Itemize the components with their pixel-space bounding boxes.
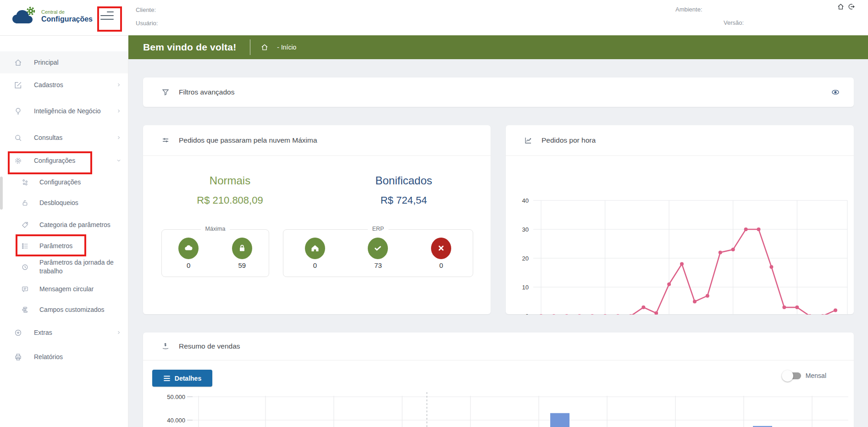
svg-text:40: 40 (522, 197, 529, 204)
normal-orders-value: R$ 210.808,09 (143, 194, 317, 206)
lock-stat: 59 (232, 238, 252, 269)
cloud-count: 0 (178, 261, 199, 269)
sidebar-item-sub-configuracoes[interactable]: Configurações (0, 172, 128, 193)
chevron-right-icon (116, 135, 122, 140)
svg-text:40.000: 40.000 (167, 417, 185, 424)
search-icon (14, 133, 23, 142)
sales-summary-chart: 50.00040.000 (143, 360, 854, 427)
environment-label: Ambiente: (675, 6, 702, 13)
sidebar-item-label: Configurações (39, 178, 116, 187)
x-icon (431, 238, 451, 259)
nodes-icon (21, 178, 30, 186)
check-icon (368, 238, 388, 259)
sidebar-item-label: Extras (34, 328, 108, 337)
sidebar-item-label: Parâmetros (39, 242, 116, 250)
chevron-down-icon (116, 158, 122, 163)
home-icon (305, 238, 325, 259)
app-logo[interactable]: Central de Configurações (11, 6, 93, 27)
user-label: Usuário: (136, 20, 158, 27)
sidebar-item-label: Desbloqueios (39, 199, 116, 207)
logo-line2: Configurações (41, 15, 93, 23)
tag-icon (21, 221, 30, 229)
breadcrumb[interactable]: - Início (277, 44, 296, 51)
logo-line1: Central de (41, 9, 93, 15)
printer-icon (14, 353, 23, 361)
normal-orders-label: Normais (143, 174, 317, 187)
chevron-right-icon (116, 82, 122, 88)
sidebar-item-label: Inteligência de Negócio (34, 107, 108, 116)
sidebar-item-extras[interactable]: Extras (0, 320, 128, 345)
maxima-group: Máxima 0 59 (161, 229, 269, 277)
erp-error-count: 0 (431, 261, 451, 269)
layers-icon (21, 306, 30, 314)
erp-check-count: 73 (368, 261, 388, 269)
chevron-right-icon (116, 330, 122, 335)
sidebar-item-parametros[interactable]: Parâmetros (0, 237, 128, 255)
version-label: Versão: (724, 19, 744, 26)
erp-group: ERP 0 73 0 (283, 229, 473, 277)
sidebar-item-cadastros[interactable]: Cadastros (0, 73, 128, 96)
client-label: Cliente: (136, 6, 156, 13)
erp-error-stat: 0 (431, 238, 451, 269)
sidebar-item-mensagem-circular[interactable]: Mensagem circular (0, 279, 128, 299)
cloud-gear-logo-icon (11, 6, 39, 27)
orders-per-hour-card: Pedidos por hora 01020304000:0005:0010:0… (506, 125, 854, 314)
sidebar-item-desbloqueios[interactable]: Desbloqueios (0, 193, 128, 213)
edit-icon (14, 81, 23, 89)
bonus-orders-kpi: Bonificados R$ 724,54 (317, 174, 491, 206)
sidebar-item-principal[interactable]: Principal (0, 51, 128, 73)
sidebar-item-label: Principal (34, 58, 108, 67)
erp-home-count: 0 (305, 261, 325, 269)
sidebar-item-label: Campos customizados (39, 305, 116, 314)
eye-icon[interactable] (831, 88, 840, 97)
sidebar-scrollbar[interactable] (0, 177, 3, 210)
plus-circle-icon (14, 328, 23, 337)
svg-text:20: 20 (522, 255, 529, 262)
cloud-icon (178, 238, 199, 259)
sidebar-item-label: Parâmetros da jornada de trabalho (39, 258, 116, 276)
sidebar-item-label: Relatórios (34, 353, 108, 361)
clock-icon (21, 263, 30, 271)
sidebar-item-label: Mensagem circular (39, 285, 116, 294)
home-icon[interactable] (837, 3, 845, 11)
menu-toggle-button[interactable] (100, 10, 114, 22)
lock-count: 59 (232, 261, 252, 269)
bonus-orders-value: R$ 724,54 (317, 194, 491, 206)
sidebar-item-configuracoes[interactable]: Configurações (0, 150, 128, 172)
erp-group-label: ERP (368, 226, 389, 232)
sidebar-item-inteligencia[interactable]: Inteligência de Negócio (0, 96, 128, 126)
svg-text:50.000: 50.000 (167, 394, 185, 400)
unlock-icon (21, 199, 30, 207)
sidebar-nav: Principal Cadastros Inteligência de Negó… (0, 35, 128, 427)
message-icon (21, 285, 30, 293)
svg-text:0: 0 (525, 313, 529, 315)
sidebar-item-categoria-parametros[interactable]: Categoria de parâmetros (0, 213, 128, 237)
sidebar-item-parametros-jornada[interactable]: Parâmetros da jornada de trabalho (0, 255, 128, 279)
sidebar-item-relatorios[interactable]: Relatórios (0, 345, 128, 369)
logout-icon[interactable] (847, 3, 855, 11)
sidebar-item-label: Cadastros (34, 81, 108, 89)
home-icon (14, 58, 23, 67)
orders-per-hour-chart: 01020304000:0005:0010:0015:0020:00 (506, 156, 854, 315)
filters-card-title: Filtros avançados (179, 88, 234, 96)
advanced-filters-card: Filtros avançados (143, 78, 854, 107)
sidebar-item-campos-customizados[interactable]: Campos customizados (0, 299, 128, 320)
banner-divider (250, 39, 250, 55)
funnel-icon (161, 88, 170, 96)
top-bar: Central de Configurações Cliente: Usuári… (0, 0, 868, 35)
cloud-stat: 0 (178, 238, 199, 269)
sales-summary-card: Resumo de vendas Detalhes Mensal 50.0004… (143, 333, 854, 427)
page-banner: Bem vindo de volta! - Início (128, 35, 868, 59)
maxima-group-label: Máxima (201, 226, 230, 232)
sliders-icon (161, 136, 170, 144)
normal-orders-kpi: Normais R$ 210.808,09 (143, 174, 317, 206)
erp-home-stat: 0 (305, 238, 325, 269)
chevron-right-icon (116, 108, 122, 114)
sidebar-item-consultas[interactable]: Consultas (0, 126, 128, 150)
orders-cloud-card: Pedidos que passaram pela nuvem Máxima N… (143, 125, 491, 314)
welcome-title: Bem vindo de volta! (143, 42, 236, 53)
home-icon[interactable] (260, 43, 269, 51)
sidebar-item-label: Categoria de parâmetros (39, 221, 116, 229)
gear-icon (14, 156, 23, 165)
list-icon (21, 242, 30, 250)
